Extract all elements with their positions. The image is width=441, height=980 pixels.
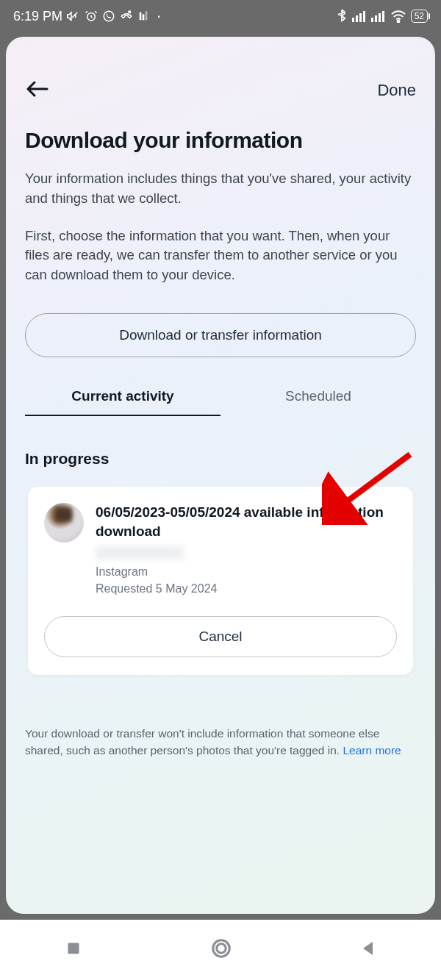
battery-icon: 52 <box>411 10 428 23</box>
circle-icon <box>210 937 232 959</box>
status-time: 6:19 PM <box>13 9 62 24</box>
download-item-title: 06/05/2023-05/05/2024 available informat… <box>96 503 397 540</box>
back-button[interactable] <box>25 79 50 101</box>
svg-point-13 <box>397 21 399 23</box>
redacted-username <box>96 546 184 559</box>
svg-rect-2 <box>140 12 142 21</box>
disclaimer: Your download or transfer won't include … <box>25 725 416 759</box>
nav-home-button[interactable] <box>210 937 232 962</box>
arrow-left-icon <box>25 79 50 99</box>
learn-more-link[interactable]: Learn more <box>343 744 401 757</box>
tab-current-activity[interactable]: Current activity <box>25 378 220 416</box>
download-item-requested: Requested 5 May 2024 <box>96 581 397 597</box>
disclaimer-text: Your download or transfer won't include … <box>25 727 379 757</box>
app-screen: Done Download your information Your info… <box>6 37 435 914</box>
svg-point-17 <box>217 944 226 954</box>
svg-rect-10 <box>375 15 377 22</box>
alarm-icon <box>85 10 98 23</box>
svg-rect-3 <box>143 14 145 20</box>
svg-rect-5 <box>352 18 354 22</box>
svg-point-16 <box>213 940 230 957</box>
missed-call-icon <box>120 10 133 23</box>
intro-paragraph-2: First, choose the information that you w… <box>25 226 416 285</box>
nav-back-button[interactable] <box>359 939 377 961</box>
svg-rect-9 <box>371 18 373 22</box>
signal-2-icon <box>371 10 386 22</box>
svg-rect-12 <box>382 11 384 22</box>
tab-scheduled[interactable]: Scheduled <box>220 378 416 416</box>
wifi-icon <box>390 10 406 23</box>
tabs: Current activity Scheduled <box>25 378 416 416</box>
triangle-left-icon <box>359 939 377 958</box>
done-button[interactable]: Done <box>377 81 416 100</box>
mute-icon <box>67 10 80 23</box>
signal-1-icon <box>352 10 367 22</box>
download-item-platform: Instagram <box>96 564 397 580</box>
avatar <box>44 503 84 543</box>
svg-rect-11 <box>379 13 381 22</box>
status-bar: 6:19 PM · 52 <box>0 0 441 32</box>
svg-rect-6 <box>356 15 358 22</box>
download-card: 06/05/2023-05/05/2024 available informat… <box>28 487 413 675</box>
bluetooth-icon <box>336 10 348 23</box>
svg-rect-15 <box>68 943 79 954</box>
svg-rect-7 <box>359 13 362 22</box>
android-nav-bar <box>0 920 441 980</box>
nav-recent-button[interactable] <box>64 939 83 961</box>
intro-paragraph-1: Your information includes things that yo… <box>25 169 416 209</box>
page-title: Download your information <box>25 128 416 153</box>
section-heading: In progress <box>25 450 416 468</box>
svg-rect-8 <box>363 11 365 22</box>
download-transfer-button[interactable]: Download or transfer information <box>25 313 416 357</box>
svg-rect-4 <box>146 11 148 20</box>
whatsapp-icon <box>102 10 115 23</box>
svg-point-1 <box>104 11 114 21</box>
square-icon <box>64 939 83 958</box>
misc-status-icon <box>137 10 149 22</box>
cancel-button[interactable]: Cancel <box>44 616 397 657</box>
